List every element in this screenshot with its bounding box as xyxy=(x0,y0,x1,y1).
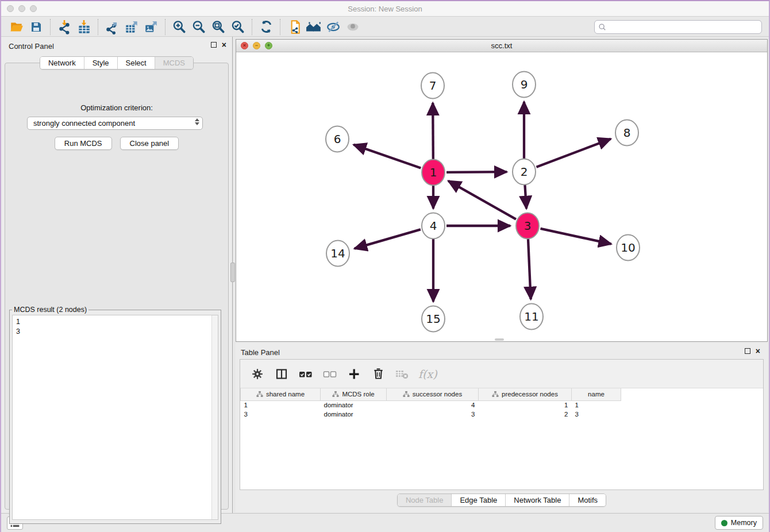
table-toolbar: f(x) xyxy=(240,360,763,388)
tab-edge-table[interactable]: Edge Table xyxy=(451,494,505,506)
show-column-panel-icon[interactable] xyxy=(271,365,292,383)
mcds-result-list[interactable]: 1 3 xyxy=(12,315,218,520)
optimization-criterion-label: Optimization criterion: xyxy=(5,103,228,112)
graph-edge-2-8[interactable] xyxy=(537,139,611,167)
svg-text:2: 2 xyxy=(521,165,528,179)
tab-network[interactable]: Network xyxy=(40,57,84,69)
graph-edge-1-2[interactable] xyxy=(446,172,507,172)
save-session-icon[interactable] xyxy=(26,18,46,36)
toolbar-separator xyxy=(280,19,280,35)
refresh-layout-icon[interactable] xyxy=(256,18,276,36)
graph-node-8[interactable]: 8 xyxy=(615,120,638,146)
table-panel-close-icon[interactable]: × xyxy=(756,348,760,354)
import-table-icon[interactable] xyxy=(74,18,94,36)
tab-mcds[interactable]: MCDS xyxy=(155,57,193,69)
graph-edge-3-11[interactable] xyxy=(528,239,531,299)
control-panel-close-icon[interactable]: × xyxy=(222,42,226,48)
control-panel-float-icon[interactable] xyxy=(211,42,217,48)
zoom-out-icon[interactable] xyxy=(189,18,209,36)
import-network-icon[interactable] xyxy=(55,18,74,36)
canvas-scroll-thumb[interactable] xyxy=(495,338,504,341)
node-table: shared name MCDS role successor nodes pr… xyxy=(240,388,621,419)
criterion-value: strongly connected component xyxy=(33,119,135,128)
zoom-in-icon[interactable] xyxy=(170,18,189,36)
criterion-select[interactable]: strongly connected component xyxy=(27,117,203,130)
function-builder-icon: f(x) xyxy=(418,368,437,380)
export-table-icon[interactable] xyxy=(122,18,141,36)
table-row[interactable]: 3 dominator 3 2 3 xyxy=(241,410,621,419)
graph-edge-4-14[interactable] xyxy=(355,229,421,248)
network-file-title: scc.txt xyxy=(236,41,767,50)
network-from-selection-icon[interactable] xyxy=(284,18,304,36)
node-table-container: f(x) shared name MCDS role successor nod… xyxy=(240,359,764,490)
tab-node-table[interactable]: Node Table xyxy=(398,494,452,506)
graph-edge-3-1[interactable] xyxy=(448,181,516,219)
toolbar-separator xyxy=(98,19,98,35)
svg-text:6: 6 xyxy=(334,132,341,146)
tab-style[interactable]: Style xyxy=(84,57,117,69)
graph-node-9[interactable]: 9 xyxy=(513,72,536,98)
graph-node-14[interactable]: 14 xyxy=(326,241,349,267)
session-home-icon[interactable] xyxy=(304,18,324,36)
col-header-successor-nodes[interactable]: successor nodes xyxy=(387,388,479,400)
graph-edge-2-3[interactable] xyxy=(525,185,526,209)
close-panel-button[interactable]: Close panel xyxy=(120,137,179,150)
graph-node-15[interactable]: 15 xyxy=(422,306,445,332)
graph-node-1[interactable]: 1 xyxy=(422,160,445,186)
col-header-name[interactable]: name xyxy=(572,388,621,400)
result-scrollbar[interactable] xyxy=(211,315,218,519)
zoom-fit-icon[interactable] xyxy=(209,18,228,36)
zoom-selected-icon[interactable] xyxy=(228,18,248,36)
search-input[interactable] xyxy=(609,23,758,31)
network-graph[interactable]: 7968124314101511 xyxy=(236,52,767,341)
graph-node-11[interactable]: 11 xyxy=(520,304,543,330)
graph-node-10[interactable]: 10 xyxy=(617,235,640,261)
graph-edge-1-7[interactable] xyxy=(433,103,433,159)
svg-text:4: 4 xyxy=(430,219,437,233)
network-canvas[interactable]: 7968124314101511 xyxy=(236,52,767,341)
export-image-icon[interactable] xyxy=(141,18,161,36)
svg-text:14: 14 xyxy=(330,246,345,260)
table-settings-gear-icon[interactable] xyxy=(247,365,268,383)
mcds-result-title: MCDS result (2 nodes) xyxy=(12,306,88,314)
toolbar-separator xyxy=(50,19,51,35)
app-window: { "window": { "title": "Session: New Ses… xyxy=(0,0,770,532)
delete-table-icon-disabled xyxy=(392,365,413,383)
open-session-icon[interactable] xyxy=(7,18,26,36)
svg-text:9: 9 xyxy=(521,78,528,91)
create-column-plus-icon[interactable] xyxy=(344,365,364,383)
hide-details-icon[interactable] xyxy=(324,18,343,36)
col-header-mcds-role[interactable]: MCDS role xyxy=(321,388,387,400)
graph-edge-3-10[interactable] xyxy=(540,229,611,244)
graph-node-6[interactable]: 6 xyxy=(326,126,349,152)
column-tree-icon xyxy=(492,391,499,398)
run-mcds-button[interactable]: Run MCDS xyxy=(55,137,112,150)
toolbar-separator xyxy=(165,19,165,35)
graph-node-2[interactable]: 2 xyxy=(513,159,536,185)
graph-edge-1-6[interactable] xyxy=(353,145,421,168)
network-window: × − + scc.txt 7968124314101511 xyxy=(236,39,768,342)
col-header-predecessor-nodes[interactable]: predecessor nodes xyxy=(479,388,572,400)
export-network-icon[interactable] xyxy=(102,18,122,36)
tab-select[interactable]: Select xyxy=(117,57,155,69)
select-all-columns-icon[interactable] xyxy=(295,365,316,383)
tab-motifs[interactable]: Motifs xyxy=(569,494,606,506)
tab-network-table[interactable]: Network Table xyxy=(505,494,569,506)
graph-node-7[interactable]: 7 xyxy=(421,73,444,99)
svg-text:11: 11 xyxy=(524,310,538,323)
svg-text:1: 1 xyxy=(430,165,437,179)
search-box[interactable] xyxy=(594,20,762,34)
svg-text:10: 10 xyxy=(621,241,635,255)
memory-button[interactable]: Memory xyxy=(715,516,763,530)
unselect-all-columns-icon[interactable] xyxy=(319,365,340,383)
delete-column-trash-icon[interactable] xyxy=(368,365,388,383)
show-details-icon[interactable] xyxy=(343,18,363,36)
app-titlebar: Session: New Session xyxy=(1,1,769,17)
table-panel-float-icon[interactable] xyxy=(745,348,750,354)
panel-splitter-handle[interactable] xyxy=(230,263,235,282)
graph-node-3[interactable]: 3 xyxy=(516,213,539,239)
table-row[interactable]: 1 dominator 4 1 1 xyxy=(241,400,621,410)
col-header-shared-name[interactable]: shared name xyxy=(241,388,321,400)
graph-node-4[interactable]: 4 xyxy=(422,213,445,239)
network-window-titlebar[interactable]: × − + scc.txt xyxy=(236,40,767,52)
